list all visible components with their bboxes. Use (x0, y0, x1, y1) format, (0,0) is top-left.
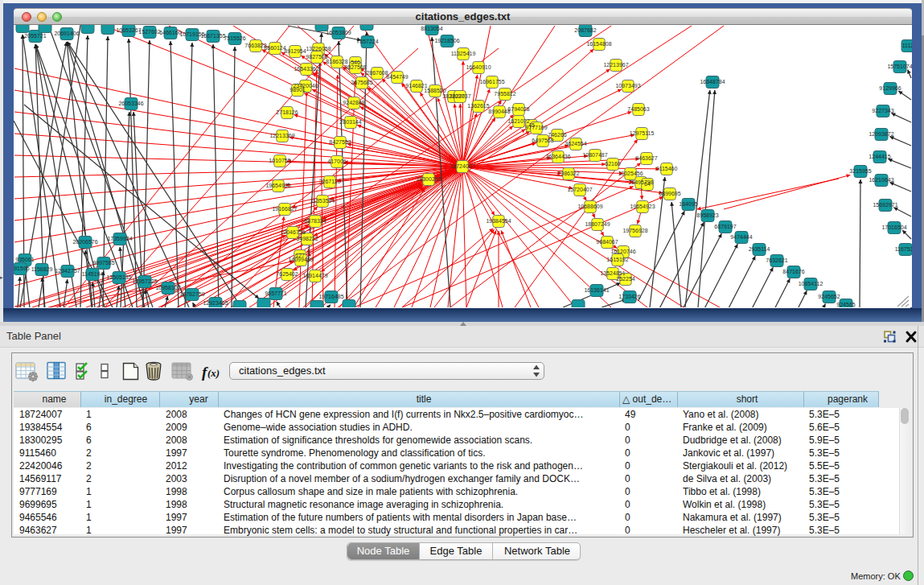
svg-text:8912954: 8912954 (284, 48, 306, 54)
svg-text:11325419: 11325419 (451, 51, 476, 56)
svg-text:16154808: 16154808 (586, 41, 611, 47)
svg-text:164095: 164095 (679, 201, 697, 207)
svg-text:9474444: 9474444 (730, 234, 752, 240)
svg-text:9827508: 9827508 (344, 64, 366, 70)
svg-text:8427552: 8427552 (329, 139, 351, 145)
svg-text:6794028: 6794028 (507, 106, 529, 112)
svg-text:9245652: 9245652 (818, 294, 840, 299)
svg-text:18724007: 18724007 (450, 163, 474, 169)
svg-text:8660124: 8660124 (264, 45, 285, 51)
svg-text:1362615: 1362615 (467, 103, 489, 109)
svg-text:1527602: 1527602 (138, 29, 160, 35)
svg-text:17957225: 17957225 (132, 278, 157, 284)
svg-text:391595: 391595 (14, 266, 30, 271)
svg-text:19756928: 19756928 (622, 228, 647, 233)
svg-text:19218506: 19218506 (434, 38, 459, 43)
svg-text:1167533: 1167533 (895, 246, 912, 252)
svg-text:7632621: 7632621 (766, 257, 787, 263)
svg-text:19166827: 19166827 (272, 206, 297, 212)
svg-text:935061: 935061 (15, 257, 34, 262)
svg-text:2718126: 2718126 (276, 109, 298, 115)
svg-text:6899695: 6899695 (659, 191, 680, 196)
svg-text:19654923: 19654923 (630, 204, 655, 209)
svg-text:3215955: 3215955 (849, 168, 871, 174)
svg-text:9227343: 9227343 (872, 108, 893, 113)
svg-text:12505135: 12505135 (106, 274, 131, 280)
svg-text:1010755: 1010755 (269, 158, 290, 163)
svg-text:3498222: 3498222 (296, 236, 318, 241)
svg-text:7515526: 7515526 (224, 35, 245, 41)
svg-text:2935114: 2935114 (749, 246, 770, 252)
svg-text:16053809: 16053809 (326, 30, 351, 35)
svg-text:15692971: 15692971 (873, 202, 897, 208)
svg-text:8186328: 8186328 (326, 59, 347, 64)
svg-text:1621072: 1621072 (507, 118, 529, 124)
svg-text:924565: 924565 (836, 302, 855, 307)
svg-text:16543362: 16543362 (294, 66, 318, 72)
svg-text:98901: 98901 (290, 87, 306, 93)
svg-text:13524851: 13524851 (600, 270, 625, 276)
svg-text:19384554: 19384554 (486, 218, 511, 224)
svg-text:8471676: 8471676 (782, 269, 804, 274)
svg-text:12213967: 12213967 (603, 62, 628, 68)
svg-text:1244415: 1244415 (869, 154, 890, 159)
svg-text:26364436: 26364436 (545, 154, 570, 159)
svg-text:9684067: 9684067 (596, 239, 618, 245)
svg-text:3267110: 3267110 (319, 179, 341, 184)
svg-text:10973493: 10973493 (615, 83, 640, 89)
svg-text:1112: 1112 (902, 43, 912, 48)
svg-text:19716485: 19716485 (318, 294, 343, 299)
svg-text:20206576: 20206576 (72, 239, 97, 245)
svg-text:16640910: 16640910 (466, 64, 491, 70)
svg-text:6497568: 6497568 (532, 138, 553, 143)
svg-text:16648784: 16648784 (700, 79, 725, 84)
svg-text:3624554: 3624554 (565, 141, 586, 146)
svg-text:16210643: 16210643 (869, 177, 893, 183)
svg-text:8813054: 8813054 (421, 26, 442, 31)
svg-text:(x): (x) (207, 367, 220, 379)
svg-text:9129966: 9129966 (879, 85, 901, 91)
svg-text:7857224: 7857224 (356, 39, 378, 44)
svg-text:15720407: 15720407 (567, 187, 592, 192)
svg-text:12942757: 12942757 (55, 268, 80, 274)
svg-text:17016504: 17016504 (881, 225, 906, 230)
svg-text:8454749: 8454749 (386, 74, 408, 80)
svg-text:64: 64 (644, 181, 651, 187)
svg-text:746266: 746266 (548, 132, 566, 138)
svg-text:1588520: 1588520 (424, 88, 446, 93)
svg-text:16136141: 16136141 (584, 287, 609, 293)
svg-text:9463627: 9463627 (635, 155, 657, 161)
svg-text:7955812: 7955812 (494, 91, 515, 97)
svg-text:12093872: 12093872 (869, 131, 893, 137)
svg-text:10958107: 10958107 (155, 285, 180, 290)
svg-text:26053346: 26053346 (118, 101, 143, 106)
svg-text:3675685: 3675685 (351, 80, 372, 85)
svg-text:10025456: 10025456 (618, 171, 643, 176)
svg-text:6466160: 6466160 (159, 30, 181, 35)
svg-text:10688609: 10688609 (577, 204, 602, 209)
svg-text:16914479: 16914479 (302, 273, 327, 278)
svg-text:14099489: 14099489 (288, 257, 313, 262)
svg-text:1733426: 1733426 (618, 294, 640, 299)
svg-text:19654985: 19654985 (265, 183, 290, 188)
svg-text:18807249: 18807249 (585, 221, 610, 227)
svg-text:12213369: 12213369 (269, 133, 294, 138)
svg-text:10046756: 10046756 (280, 229, 305, 235)
svg-text:3822037: 3822037 (449, 93, 470, 99)
svg-text:9777169: 9777169 (525, 125, 547, 130)
svg-text:18300295: 18300295 (416, 176, 441, 182)
svg-text:252254: 252254 (616, 276, 634, 282)
svg-text:7986322: 7986322 (557, 171, 579, 176)
svg-text:10653267: 10653267 (116, 27, 141, 33)
svg-text:17359924: 17359924 (107, 236, 132, 241)
svg-text:9997585: 9997585 (92, 260, 114, 266)
svg-text:12975115: 12975115 (630, 130, 655, 136)
svg-text:2867608: 2867608 (366, 70, 388, 76)
svg-text:2055721: 2055721 (24, 33, 46, 39)
svg-text:417006: 417006 (327, 159, 346, 164)
svg-text:9115460: 9115460 (656, 166, 678, 171)
svg-text:1145194: 1145194 (82, 271, 104, 277)
svg-text:1615192: 1615192 (606, 257, 628, 262)
svg-text:9242848: 9242848 (343, 100, 364, 105)
svg-text:20691406: 20691406 (54, 31, 79, 36)
